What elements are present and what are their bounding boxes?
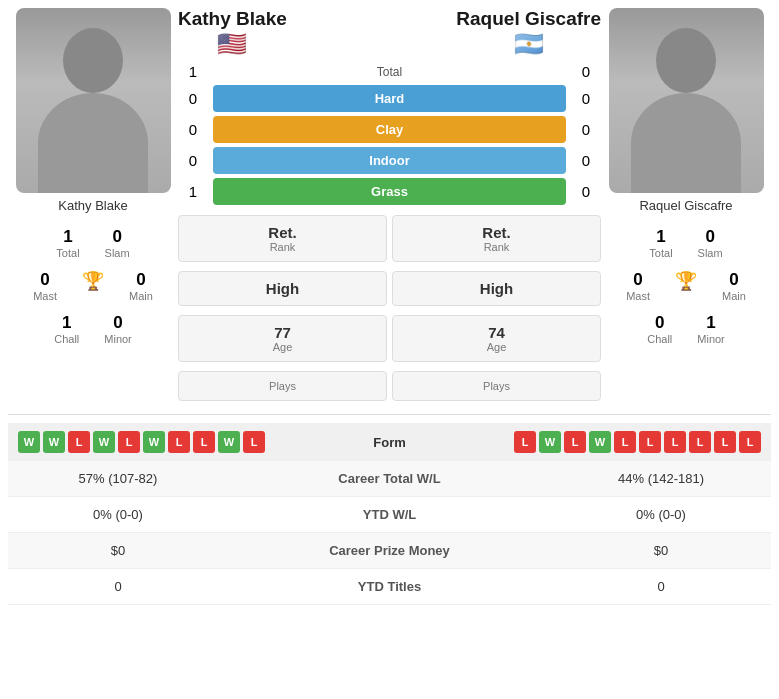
form-label: Form [270,435,509,450]
left-form-badges: WWLWLWLLWL [18,431,265,453]
left-rank-label: Rank [191,241,374,253]
form-badge-l: L [714,431,736,453]
hard-button[interactable]: Hard [213,85,566,112]
right-minor-label: Minor [697,333,725,345]
form-badge-l: L [689,431,711,453]
hard-score-right: 0 [571,90,601,107]
left-total-stat: 1 Total [56,227,79,259]
total-label: Total [213,65,566,79]
left-mast-stat: 0 Mast [33,270,57,302]
right-main-stat: 0 Main [722,270,746,302]
right-high-value: High [405,280,588,297]
right-name-header: Raquel Giscafre 🇦🇷 [456,8,601,58]
left-minor-label: Minor [104,333,132,345]
left-total-value: 1 [63,227,72,247]
right-trophy-icon: 🏆 [675,270,697,292]
hard-score-row: 0 Hard 0 [178,85,601,112]
left-player-name: Kathy Blake [58,198,127,213]
total-score-row: 1 Total 0 [178,63,601,80]
right-mast-value: 0 [633,270,642,290]
left-slam-label: Slam [105,247,130,259]
form-badge-w: W [93,431,115,453]
form-badge-w: W [589,431,611,453]
left-slam-value: 0 [112,227,121,247]
form-badge-w: W [18,431,40,453]
right-total-stat: 1 Total [649,227,672,259]
left-main-value: 0 [136,270,145,290]
left-chall-value: 1 [62,313,71,333]
grass-button[interactable]: Grass [213,178,566,205]
stats-table: 57% (107-82) Career Total W/L 44% (142-1… [8,461,771,605]
form-badge-l: L [564,431,586,453]
left-age-box: 77 Age [178,315,387,362]
right-minor-value: 1 [706,313,715,333]
right-total-value: 1 [656,227,665,247]
titles-row: 0 YTD Titles 0 [8,569,771,605]
form-badge-l: L [68,431,90,453]
prize-label: Career Prize Money [228,533,551,569]
right-slam-stat: 0 Slam [698,227,723,259]
form-badge-w: W [218,431,240,453]
info-boxes-row: Ret. Rank High 77 Age Plays [178,215,601,406]
right-flag: 🇦🇷 [514,30,544,58]
right-rank-box: Ret. Rank [392,215,601,262]
right-age-box: 74 Age [392,315,601,362]
section-divider [8,414,771,415]
right-plays-label: Plays [405,380,588,392]
left-plays-label: Plays [191,380,374,392]
center-panel: Kathy Blake 🇺🇸 Raquel Giscafre 🇦🇷 1 Tota… [178,8,601,406]
left-minor-stat: 0 Minor [104,313,132,345]
left-plays-box: Plays [178,371,387,401]
left-main-label: Main [129,290,153,302]
career-wl-row: 57% (107-82) Career Total W/L 44% (142-1… [8,461,771,497]
right-player-name: Raquel Giscafre [639,198,732,213]
form-badge-l: L [243,431,265,453]
form-badge-w: W [43,431,65,453]
left-age-label: Age [191,341,374,353]
left-flag: 🇺🇸 [217,30,247,58]
left-high-value: High [191,280,374,297]
right-player-card: Raquel Giscafre 1 Total 0 Slam 0 Mast [601,8,771,345]
right-age-label: Age [405,341,588,353]
total-score-left: 1 [178,63,208,80]
clay-button[interactable]: Clay [213,116,566,143]
form-badge-l: L [193,431,215,453]
left-mast-value: 0 [40,270,49,290]
left-minor-value: 0 [113,313,122,333]
left-titles: 0 [8,569,228,605]
right-rank-value: Ret. [405,224,588,241]
left-player-avatar [16,8,171,193]
indoor-score-left: 0 [178,152,208,169]
left-slam-stat: 0 Slam [105,227,130,259]
right-age-value: 74 [405,324,588,341]
clay-score-left: 0 [178,121,208,138]
right-ytd-wl: 0% (0-0) [551,497,771,533]
form-badge-l: L [664,431,686,453]
grass-score-row: 1 Grass 0 [178,178,601,205]
right-career-wl: 44% (142-181) [551,461,771,497]
form-row: WWLWLWLLWL Form LWLWLLLLLL [8,423,771,461]
right-form-badges: LWLWLLLLLL [514,431,761,453]
form-badge-l: L [168,431,190,453]
right-rank-label: Rank [405,241,588,253]
form-badge-l: L [639,431,661,453]
left-rank-box: Ret. Rank [178,215,387,262]
right-prize: $0 [551,533,771,569]
right-titles: 0 [551,569,771,605]
left-prize: $0 [8,533,228,569]
left-total-label: Total [56,247,79,259]
grass-score-right: 0 [571,183,601,200]
right-main-label: Main [722,290,746,302]
left-career-wl: 57% (107-82) [8,461,228,497]
left-info-boxes: Ret. Rank High 77 Age Plays [178,215,387,406]
left-player-card: Kathy Blake 1 Total 0 Slam 0 Mast [8,8,178,345]
form-badge-w: W [143,431,165,453]
right-total-label: Total [649,247,672,259]
right-slam-label: Slam [698,247,723,259]
left-age-value: 77 [191,324,374,341]
left-mast-label: Mast [33,290,57,302]
indoor-button[interactable]: Indoor [213,147,566,174]
form-badge-l: L [514,431,536,453]
right-chall-label: Chall [647,333,672,345]
right-chall-stat: 0 Chall [647,313,672,345]
